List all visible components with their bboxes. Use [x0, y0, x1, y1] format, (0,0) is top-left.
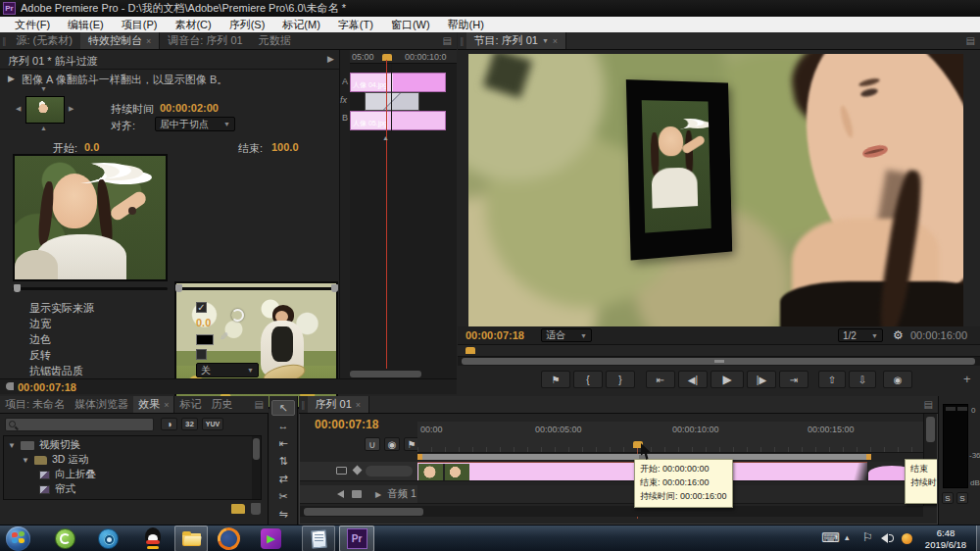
direction-up-icon[interactable]: ▼: [40, 85, 47, 92]
tray-volume-icon[interactable]: [881, 533, 888, 543]
playback-resolution-dropdown[interactable]: 1/2 ▼: [838, 328, 883, 342]
timeline-current-time[interactable]: 00:00:07:18: [315, 418, 378, 431]
direction-left-icon[interactable]: ◀: [16, 105, 21, 113]
yuv-effects-badge[interactable]: YUV: [202, 418, 223, 430]
close-icon[interactable]: ×: [164, 400, 169, 410]
tab-markers[interactable]: 标记: [174, 396, 206, 413]
mark-in-button[interactable]: {: [573, 371, 603, 388]
track-output-icon[interactable]: [336, 467, 347, 475]
timeline-ruler[interactable]: 00:00 00:00:05:00 00:00:10:00 00:00:15:0…: [417, 422, 923, 453]
tab-effect-controls[interactable]: 特效控制台 ×: [80, 32, 160, 49]
go-to-in-button[interactable]: ⇤: [646, 371, 675, 388]
extract-button[interactable]: ⇩: [849, 371, 876, 388]
encore-chapter-marker-icon[interactable]: ◉: [384, 437, 400, 451]
panel-menu-icon[interactable]: ▤: [919, 399, 938, 410]
expand-icon[interactable]: ▼: [22, 456, 29, 465]
32bit-effects-badge[interactable]: 32: [181, 418, 198, 430]
menu-file[interactable]: 文件(F): [6, 18, 59, 32]
tab-source[interactable]: 源: (无素材): [9, 32, 80, 49]
tray-keyboard-icon[interactable]: ⌨: [821, 530, 840, 545]
close-icon[interactable]: ×: [356, 400, 361, 410]
border-color-swatch[interactable]: [196, 334, 214, 345]
panel-menu-icon[interactable]: ▤: [961, 35, 980, 46]
eyedropper-icon[interactable]: ✎: [220, 330, 228, 343]
taskbar-firefox-icon[interactable]: [218, 527, 240, 550]
reverse-checkbox[interactable]: [196, 349, 207, 360]
duration-value[interactable]: 00:00:02:00: [160, 102, 219, 114]
align-dropdown[interactable]: 居中于切点 ▼: [155, 117, 235, 131]
tree-row-3d-motion[interactable]: ▼ 3D 运动: [22, 453, 88, 467]
transition-play-icon[interactable]: ▶: [327, 54, 334, 64]
video-track-name-pill[interactable]: [366, 466, 413, 476]
accelerated-effects-icon[interactable]: ◑: [161, 418, 177, 430]
direction-right-icon[interactable]: ▶: [69, 105, 74, 113]
tab-sequence[interactable]: 序列 01 ×: [308, 396, 370, 413]
step-back-button[interactable]: ◀|: [678, 371, 708, 388]
menu-edit[interactable]: 编辑(E): [59, 18, 113, 32]
direction-down-icon[interactable]: ▲: [40, 125, 47, 131]
menu-title[interactable]: 字幕(T): [329, 18, 382, 32]
tab-metadata[interactable]: 元数据: [251, 32, 299, 49]
mark-out-button[interactable]: }: [606, 371, 635, 388]
start-slider-handle[interactable]: [14, 284, 21, 292]
settings-wrench-icon[interactable]: ⚙: [893, 328, 904, 342]
solo-right-button[interactable]: S: [956, 492, 968, 504]
start-slider[interactable]: [13, 287, 168, 290]
antialias-dropdown[interactable]: 关 ▼: [196, 363, 259, 377]
lift-button[interactable]: ⇧: [818, 371, 846, 388]
menu-marker[interactable]: 标记(M): [273, 18, 329, 32]
expand-track-icon[interactable]: ▶: [375, 490, 381, 499]
taskbar-video-player-icon[interactable]: [98, 528, 119, 549]
effects-search-input[interactable]: [5, 418, 154, 431]
panel-menu-icon[interactable]: ▤: [250, 399, 269, 410]
end-slider-handle-right[interactable]: [331, 284, 338, 292]
add-marker-button[interactable]: ⚑: [541, 371, 570, 388]
border-width-value[interactable]: 0.0: [196, 317, 211, 328]
track-lock-icon[interactable]: [353, 466, 363, 476]
mini-timeline-scrollbar[interactable]: [350, 371, 421, 377]
tree-row-fold-up[interactable]: 向上折叠: [39, 468, 96, 481]
taskbar-premiere-button[interactable]: Pr: [339, 526, 374, 551]
zoom-level-dropdown[interactable]: 适合 ▼: [541, 328, 592, 342]
end-slider[interactable]: [174, 287, 338, 290]
close-icon[interactable]: ×: [146, 36, 151, 46]
end-slider-handle-left[interactable]: [175, 284, 182, 292]
tray-action-center-icon[interactable]: ⚐: [862, 530, 873, 544]
tree-row-video-transitions[interactable]: ▼ 视频切换: [8, 438, 80, 452]
menu-sequence[interactable]: 序列(S): [220, 18, 274, 32]
mini-clip-b[interactable]: 人像 05.jpg: [350, 111, 446, 130]
chevron-down-icon[interactable]: ▼: [542, 37, 549, 44]
close-icon[interactable]: ×: [553, 36, 558, 46]
trash-icon[interactable]: [251, 503, 261, 515]
play-button[interactable]: ▶: [710, 371, 744, 388]
tab-effects[interactable]: 效果 ×: [133, 396, 174, 413]
timeline-h-scrollbar[interactable]: [300, 506, 923, 517]
tree-row-curtain[interactable]: 帘式: [39, 482, 75, 496]
button-editor-plus[interactable]: +: [963, 372, 971, 386]
track-select-tool[interactable]: ↔: [271, 418, 295, 433]
export-frame-button[interactable]: ◉: [883, 371, 912, 388]
program-playhead-icon[interactable]: [466, 347, 475, 354]
go-to-out-button[interactable]: ⇥: [779, 371, 808, 388]
transition-preview-thumb[interactable]: [25, 96, 65, 124]
tab-program[interactable]: 节目: 序列 01 ▼ ×: [466, 32, 567, 49]
panel-menu-icon[interactable]: ▤: [438, 35, 457, 46]
tab-media-browser[interactable]: 媒体浏览器: [70, 396, 133, 413]
ripple-edit-tool[interactable]: ⇤: [271, 435, 295, 451]
expand-icon[interactable]: ▼: [8, 441, 16, 450]
start-value[interactable]: 0.0: [84, 141, 99, 153]
tray-app-icon[interactable]: [902, 533, 912, 544]
program-current-time[interactable]: 00:00:07:18: [466, 329, 524, 341]
taskbar-explorer-button[interactable]: [174, 526, 208, 551]
taskbar-potplayer-icon[interactable]: ▶: [261, 528, 281, 549]
transition-expand-icon[interactable]: ▶: [8, 74, 15, 83]
end-value[interactable]: 100.0: [271, 141, 299, 153]
start-button[interactable]: [6, 526, 30, 551]
program-scrubber[interactable]: [458, 344, 980, 357]
program-scrollbar[interactable]: [458, 357, 980, 366]
taskbar-360-browser-icon[interactable]: [55, 528, 75, 549]
razor-tool[interactable]: ✂: [271, 488, 295, 504]
slip-tool[interactable]: ⇋: [271, 506, 295, 522]
tab-history[interactable]: 历史: [206, 396, 237, 413]
tray-clock[interactable]: 6:48 2019/6/18: [917, 527, 974, 551]
